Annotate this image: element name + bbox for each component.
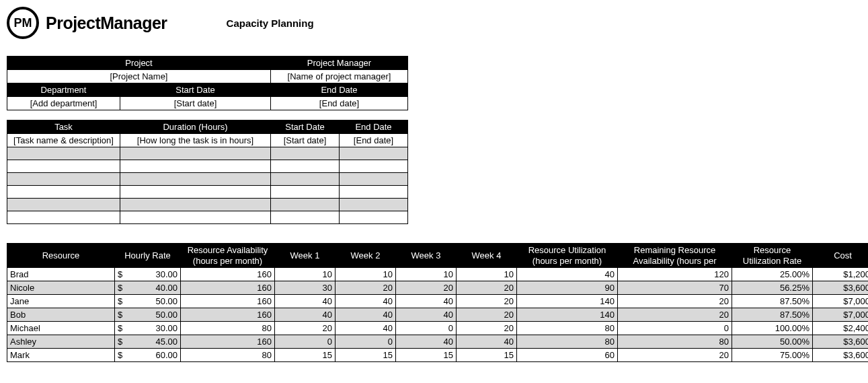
cell-util-rate[interactable]: 100.00%: [732, 322, 813, 335]
cell-week4[interactable]: 20: [457, 281, 517, 295]
cell-utilization[interactable]: 80: [517, 322, 618, 335]
cell-week2[interactable]: 10: [336, 268, 396, 281]
cell-util-rate[interactable]: 87.50%: [732, 308, 813, 322]
cell-week2[interactable]: 40: [336, 308, 396, 322]
cell[interactable]: [271, 147, 340, 160]
cell-remaining[interactable]: 20: [618, 349, 732, 362]
cell[interactable]: [271, 199, 340, 211]
cell-project-name[interactable]: [Project Name]: [7, 70, 271, 83]
cell[interactable]: [340, 211, 408, 224]
cell-rate-value[interactable]: 50.00: [127, 308, 181, 322]
cell[interactable]: [7, 199, 120, 211]
cell-week3[interactable]: 10: [396, 268, 457, 281]
cell-department[interactable]: [Add department]: [7, 97, 120, 110]
cell[interactable]: [7, 160, 120, 173]
cell-util-rate[interactable]: 25.00%: [732, 268, 813, 281]
cell-week4[interactable]: 10: [457, 268, 517, 281]
cell[interactable]: [7, 211, 120, 224]
cell-rate-value[interactable]: 30.00: [127, 322, 181, 335]
cell-util-rate[interactable]: 50.00%: [732, 335, 813, 349]
cell-availability[interactable]: 160: [181, 281, 275, 295]
cell-task-end[interactable]: [End date]: [340, 134, 408, 147]
cell-util-rate[interactable]: 56.25%: [732, 281, 813, 295]
cell-week2[interactable]: 40: [336, 322, 396, 335]
cell[interactable]: [120, 199, 271, 211]
cell[interactable]: [340, 160, 408, 173]
cell-week4[interactable]: 20: [457, 308, 517, 322]
cell-rate-symbol[interactable]: $: [115, 349, 127, 362]
cell-util-rate[interactable]: 75.00%: [732, 349, 813, 362]
cell-rate-value[interactable]: 50.00: [127, 295, 181, 308]
cell-week3[interactable]: 0: [396, 322, 457, 335]
cell-week1[interactable]: 15: [275, 349, 336, 362]
cell[interactable]: [7, 186, 120, 199]
cell-utilization[interactable]: 60: [517, 349, 618, 362]
cell[interactable]: [271, 173, 340, 186]
cell-week3[interactable]: 40: [396, 295, 457, 308]
cell-week3[interactable]: 40: [396, 335, 457, 349]
cell-week4[interactable]: 20: [457, 322, 517, 335]
cell-task-start[interactable]: [Start date]: [271, 134, 340, 147]
cell-week4[interactable]: 15: [457, 349, 517, 362]
cell-utilization[interactable]: 140: [517, 308, 618, 322]
cell-resource-name[interactable]: Ashley: [7, 335, 115, 349]
cell[interactable]: [120, 211, 271, 224]
cell-end-date[interactable]: [End date]: [271, 97, 408, 110]
cell-availability[interactable]: 160: [181, 295, 275, 308]
cell[interactable]: [120, 186, 271, 199]
cell-start-date[interactable]: [Start date]: [120, 97, 271, 110]
cell-rate-symbol[interactable]: $: [115, 281, 127, 295]
cell-rate-symbol[interactable]: $: [115, 295, 127, 308]
cell-utilization[interactable]: 80: [517, 335, 618, 349]
cell-remaining[interactable]: 120: [618, 268, 732, 281]
cell-cost[interactable]: $2,400: [813, 322, 869, 335]
cell-week2[interactable]: 40: [336, 295, 396, 308]
cell-availability[interactable]: 160: [181, 268, 275, 281]
cell-utilization[interactable]: 90: [517, 281, 618, 295]
cell-resource-name[interactable]: Mark: [7, 349, 115, 362]
cell-week3[interactable]: 20: [396, 281, 457, 295]
cell[interactable]: [340, 147, 408, 160]
cell-remaining[interactable]: 80: [618, 335, 732, 349]
cell-rate-value[interactable]: 40.00: [127, 281, 181, 295]
cell-rate-symbol[interactable]: $: [115, 322, 127, 335]
cell-cost[interactable]: $1,200: [813, 268, 869, 281]
cell-task-duration[interactable]: [How long the task is in hours]: [120, 134, 271, 147]
cell[interactable]: [340, 186, 408, 199]
cell-utilization[interactable]: 40: [517, 268, 618, 281]
cell-availability[interactable]: 80: [181, 322, 275, 335]
cell-week1[interactable]: 40: [275, 308, 336, 322]
cell[interactable]: [340, 173, 408, 186]
cell-week3[interactable]: 40: [396, 308, 457, 322]
cell-week4[interactable]: 40: [457, 335, 517, 349]
cell-util-rate[interactable]: 87.50%: [732, 295, 813, 308]
cell[interactable]: [271, 160, 340, 173]
cell-remaining[interactable]: 20: [618, 295, 732, 308]
cell-rate-value[interactable]: 45.00: [127, 335, 181, 349]
cell-week1[interactable]: 10: [275, 268, 336, 281]
cell-rate-symbol[interactable]: $: [115, 268, 127, 281]
cell[interactable]: [120, 160, 271, 173]
cell[interactable]: [340, 199, 408, 211]
cell-availability[interactable]: 160: [181, 335, 275, 349]
cell-remaining[interactable]: 20: [618, 308, 732, 322]
cell-week1[interactable]: 20: [275, 322, 336, 335]
cell-resource-name[interactable]: Michael: [7, 322, 115, 335]
cell-resource-name[interactable]: Brad: [7, 268, 115, 281]
cell-rate-value[interactable]: 60.00: [127, 349, 181, 362]
cell-task-name[interactable]: [Task name & description]: [7, 134, 120, 147]
cell-remaining[interactable]: 0: [618, 322, 732, 335]
cell-week4[interactable]: 20: [457, 295, 517, 308]
cell-utilization[interactable]: 140: [517, 295, 618, 308]
cell-week2[interactable]: 15: [336, 349, 396, 362]
cell-week1[interactable]: 0: [275, 335, 336, 349]
cell-resource-name[interactable]: Nicole: [7, 281, 115, 295]
cell[interactable]: [271, 186, 340, 199]
cell-rate-symbol[interactable]: $: [115, 308, 127, 322]
cell-resource-name[interactable]: Jane: [7, 295, 115, 308]
cell-pm-name[interactable]: [Name of project manager]: [271, 70, 408, 83]
cell-remaining[interactable]: 70: [618, 281, 732, 295]
cell-cost[interactable]: $7,000: [813, 295, 869, 308]
cell[interactable]: [7, 173, 120, 186]
cell-cost[interactable]: $7,000: [813, 308, 869, 322]
